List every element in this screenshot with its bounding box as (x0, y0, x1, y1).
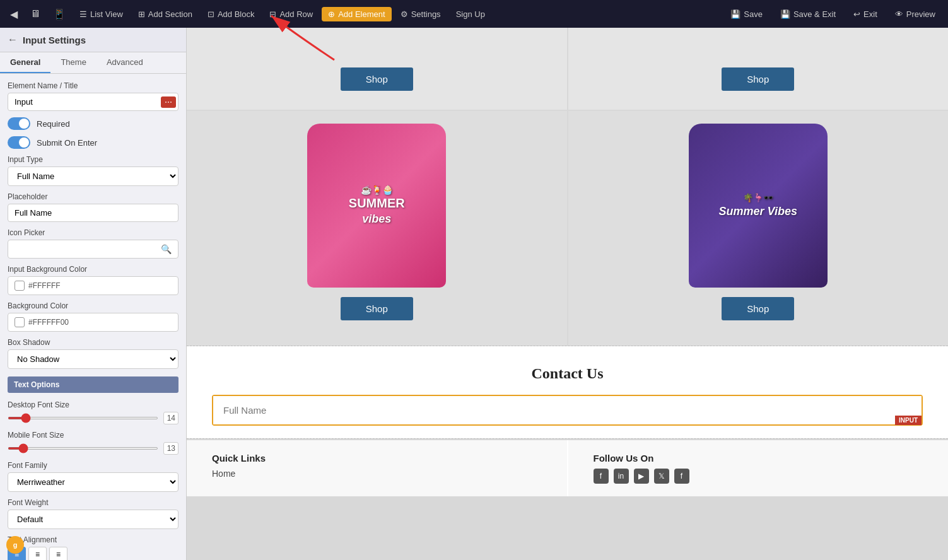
footer-section: Quick Links Home Follow Us On f in ▶ 𝕏 f (187, 440, 948, 496)
icon-picker-label: Icon Picker (8, 228, 178, 237)
footer-follow-us: Follow Us On f in ▶ 𝕏 f (568, 440, 949, 496)
align-center-button[interactable]: ≡ (28, 547, 47, 560)
save-icon: 💾 (730, 9, 740, 19)
sign-up-button[interactable]: Sign Up (450, 7, 491, 21)
social-icon-facebook[interactable]: f (594, 469, 609, 484)
pink-tshirt-text: ☕🍹🧁 SUMMERvibes (349, 185, 405, 226)
add-row-button[interactable]: ⊟ Add Row (263, 7, 319, 21)
add-section-button[interactable]: ⊞ Add Section (132, 7, 199, 21)
tab-theme[interactable]: Theme (50, 52, 96, 73)
contact-title: Contact Us (212, 365, 923, 382)
extension-badge[interactable]: g (6, 536, 24, 554)
add-section-icon: ⊞ (138, 9, 145, 19)
preview-button[interactable]: 👁 Preview (887, 7, 943, 21)
top-toolbar: ◀ 🖥 📱 ☰ List View ⊞ Add Section ⊡ Add Bl… (0, 0, 948, 28)
pink-tshirt: ☕🍹🧁 SUMMERvibes (307, 124, 446, 288)
required-label: Required (37, 119, 70, 129)
box-shadow-select[interactable]: No Shadow Small Medium Large (8, 349, 178, 369)
input-badge: INPUT (895, 416, 922, 425)
save-exit-icon: 💾 (780, 9, 790, 19)
mobile-font-size-field: Mobile Font Size 13 (8, 431, 178, 455)
social-icon-twitter[interactable]: 𝕏 (654, 469, 669, 484)
main-shop-grid: ☕🍹🧁 SUMMERvibes Shop 🌴🦩🕶️ Summer Vibes (187, 111, 948, 346)
panel-header: ← Input Settings (0, 28, 186, 52)
save-button[interactable]: 💾 Save (723, 7, 770, 21)
align-right-button[interactable]: ≡ (49, 547, 67, 560)
list-icon: ☰ (79, 9, 87, 19)
desktop-font-size-field: Desktop Font Size 14 (8, 400, 178, 424)
footer-quick-links: Quick Links Home (187, 440, 567, 496)
add-element-icon: ⊕ (328, 9, 335, 19)
submit-on-enter-label: Submit On Enter (37, 138, 97, 148)
shop-button-pink[interactable]: Shop (341, 297, 413, 320)
main-layout: ← Input Settings General Theme Advanced … (0, 28, 948, 560)
bg-color-value: #FFFFFF00 (28, 318, 69, 327)
list-view-button[interactable]: ☰ List View (73, 7, 129, 21)
shop-button-1-top[interactable]: Shop (341, 67, 413, 91)
font-family-select[interactable]: Merriweather Arial Georgia Times New Rom… (8, 472, 178, 492)
bg-color-swatch (15, 317, 25, 327)
contact-name-input[interactable] (213, 396, 922, 424)
element-name-input[interactable] (8, 93, 178, 111)
follow-us-title: Follow Us On (594, 453, 923, 464)
required-toggle[interactable] (8, 117, 30, 130)
purple-tshirt-text: 🌴🦩🕶️ Summer Vibes (719, 193, 797, 218)
mobile-view-button[interactable]: 📱 (48, 6, 71, 23)
mobile-font-size-row: 13 (8, 442, 178, 455)
save-exit-button[interactable]: 💾 Save & Exit (773, 7, 843, 21)
font-family-label: Font Family (8, 461, 178, 470)
panel-tabs: General Theme Advanced (0, 52, 186, 74)
mobile-font-size-slider[interactable] (8, 447, 158, 450)
box-shadow-field: Box Shadow No Shadow Small Medium Large (8, 338, 178, 369)
settings-button[interactable]: ⚙ Settings (394, 7, 447, 21)
back-button[interactable]: ◀ (5, 6, 23, 23)
add-element-button[interactable]: ⊕ Add Element (322, 7, 391, 21)
shop-cell-1-top: Shop (187, 28, 567, 110)
font-weight-field: Font Weight Default Normal Bold Light (8, 498, 178, 529)
input-bg-color-picker[interactable]: #FFFFFF (8, 276, 178, 295)
desktop-view-button[interactable]: 🖥 (25, 6, 45, 22)
shop-button-purple[interactable]: Shop (722, 297, 794, 320)
desktop-font-size-slider[interactable] (8, 417, 158, 419)
contact-section: Contact Us INPUT (187, 346, 948, 438)
input-bg-color-swatch (15, 281, 25, 291)
shop-cell-2-top: Shop (568, 28, 949, 110)
font-family-field: Font Family Merriweather Arial Georgia T… (8, 461, 178, 492)
right-content: Shop Shop ☕🍹🧁 SUMMERvibes Shop (187, 28, 948, 560)
exit-button[interactable]: ↩ Exit (846, 7, 885, 21)
bg-color-field: Background Color #FFFFFF00 (8, 301, 178, 332)
icon-picker-input[interactable]: 🔍 (8, 240, 178, 259)
add-block-button[interactable]: ⊡ Add Block (201, 7, 261, 21)
shop-cell-pink: ☕🍹🧁 SUMMERvibes Shop (187, 111, 567, 346)
text-alignment-field: Text Alignment ≡ ≡ ≡ (8, 535, 178, 560)
social-icons: f in ▶ 𝕏 f (594, 469, 923, 484)
footer-link-home[interactable]: Home (212, 469, 542, 479)
purple-tshirt: 🌴🦩🕶️ Summer Vibes (689, 124, 828, 288)
exit-icon: ↩ (853, 9, 860, 19)
tab-advanced[interactable]: Advanced (97, 52, 153, 73)
quick-links-title: Quick Links (212, 453, 542, 464)
element-name-menu-button[interactable]: ⋯ (161, 96, 176, 108)
preview-icon: 👁 (895, 9, 903, 19)
font-weight-label: Font Weight (8, 498, 178, 507)
tab-general[interactable]: General (0, 52, 50, 73)
desktop-font-size-row: 14 (8, 412, 178, 424)
social-icon-youtube[interactable]: ▶ (634, 469, 649, 484)
mobile-font-size-value: 13 (163, 442, 178, 455)
panel-content: Element Name / Title ⋯ Required Submit O… (0, 74, 186, 560)
social-icon-instagram[interactable]: in (614, 469, 629, 484)
desktop-font-size-label: Desktop Font Size (8, 400, 178, 409)
font-weight-select[interactable]: Default Normal Bold Light (8, 510, 178, 529)
input-type-select[interactable]: Full Name Email Phone Text (8, 166, 178, 186)
add-block-icon: ⊡ (208, 9, 214, 19)
social-icon-other[interactable]: f (674, 469, 689, 484)
bg-color-picker[interactable]: #FFFFFF00 (8, 313, 178, 332)
bg-color-label: Background Color (8, 301, 178, 310)
shop-button-2-top[interactable]: Shop (722, 67, 794, 91)
placeholder-input[interactable] (8, 204, 178, 222)
text-align-row: ≡ ≡ ≡ (8, 547, 178, 560)
panel-back-button[interactable]: ← (8, 34, 18, 45)
submit-on-enter-toggle[interactable] (8, 136, 30, 149)
placeholder-label: Placeholder (8, 192, 178, 201)
page-canvas: Shop Shop ☕🍹🧁 SUMMERvibes Shop (187, 28, 948, 560)
